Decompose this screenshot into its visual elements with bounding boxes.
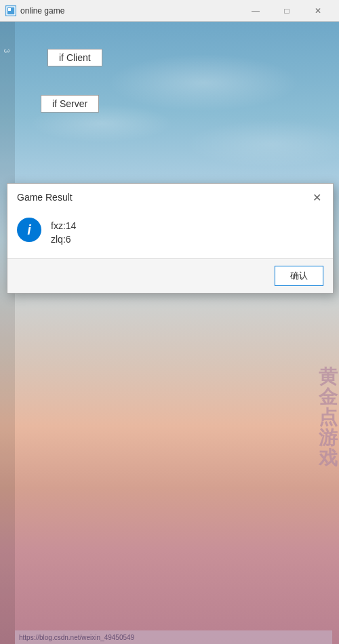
score-line-2: zlq:6 bbox=[51, 234, 76, 245]
dialog-title-text: Game Result bbox=[17, 192, 73, 203]
info-icon: i bbox=[17, 218, 41, 242]
dialog-footer: 确认 bbox=[7, 259, 333, 293]
dialog-body: i fxz:14 zlq:6 bbox=[7, 209, 333, 258]
dialog-message: fxz:14 zlq:6 bbox=[51, 218, 76, 245]
dialog-ok-button[interactable]: 确认 bbox=[275, 266, 323, 286]
score-line-1: fxz:14 bbox=[51, 220, 76, 231]
dialog-close-button[interactable]: ✕ bbox=[310, 190, 323, 204]
dialog-title-bar: Game Result ✕ bbox=[7, 184, 333, 209]
dialog-backdrop: Game Result ✕ i fxz:14 zlq:6 确认 bbox=[0, 0, 339, 644]
game-result-dialog: Game Result ✕ i fxz:14 zlq:6 确认 bbox=[7, 183, 334, 294]
